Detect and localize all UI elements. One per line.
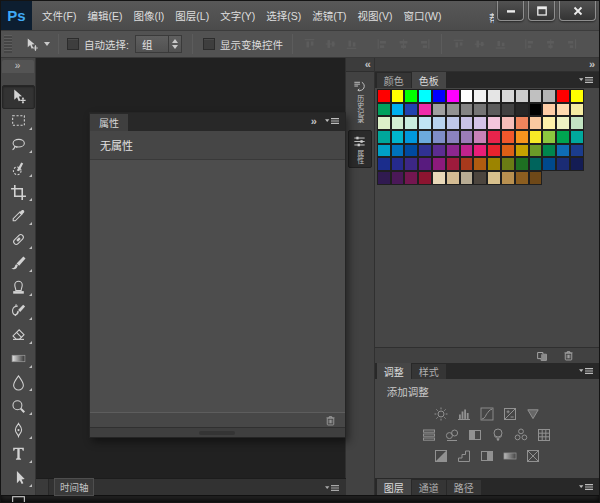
swatch[interactable]	[542, 157, 556, 171]
distribute-bottom-edges-icon[interactable]	[494, 37, 507, 51]
dock-expand-button[interactable]: »	[375, 58, 599, 72]
panel-menu-icon[interactable]	[578, 75, 594, 86]
swatch[interactable]	[446, 144, 460, 158]
swatch[interactable]	[473, 116, 487, 130]
menu-layer[interactable]: 图层(L)	[174, 4, 210, 27]
panel-menu-icon[interactable]	[578, 366, 594, 377]
tab-swatches[interactable]: 色板	[412, 72, 446, 88]
swatch[interactable]	[391, 144, 405, 158]
blur-tool[interactable]	[1, 371, 36, 395]
show-transform-checkbox[interactable]	[203, 38, 215, 50]
swatch[interactable]	[542, 116, 556, 130]
panel-resize-grip[interactable]	[90, 427, 345, 437]
swatch[interactable]	[377, 130, 391, 144]
swatch[interactable]	[529, 116, 543, 130]
swatch[interactable]	[377, 144, 391, 158]
curves-adjustment-icon[interactable]	[479, 406, 495, 422]
swatch[interactable]	[473, 171, 487, 185]
move-tool[interactable]	[2, 85, 35, 109]
timeline-grip[interactable]	[36, 479, 49, 495]
tab-paths[interactable]: 路径	[447, 480, 481, 495]
path-selection-tool[interactable]	[1, 466, 36, 490]
invert-adjustment-icon[interactable]	[433, 448, 449, 464]
swatch[interactable]	[570, 116, 584, 130]
swatch[interactable]	[432, 130, 446, 144]
swatch[interactable]	[377, 89, 391, 103]
swatch[interactable]	[542, 130, 556, 144]
panel-button-properties[interactable]: 属性	[348, 130, 372, 168]
selective-color-adjustment-icon[interactable]	[525, 448, 541, 464]
swatch[interactable]	[446, 130, 460, 144]
swatch[interactable]	[529, 171, 543, 185]
swatch[interactable]	[446, 116, 460, 130]
swatch[interactable]	[529, 103, 543, 117]
brightness-contrast-adjustment-icon[interactable]	[433, 406, 449, 422]
menu-view[interactable]: 视图(V)	[357, 4, 394, 27]
swatch[interactable]	[542, 144, 556, 158]
swatch[interactable]	[460, 157, 474, 171]
swatch[interactable]	[556, 157, 570, 171]
swatch[interactable]	[542, 89, 556, 103]
levels-adjustment-icon[interactable]	[456, 406, 472, 422]
posterize-adjustment-icon[interactable]	[456, 448, 472, 464]
swatch[interactable]	[446, 103, 460, 117]
swatch[interactable]	[404, 157, 418, 171]
swatch[interactable]	[404, 171, 418, 185]
distribute-horizontal-centers-icon[interactable]	[544, 37, 557, 51]
dodge-tool[interactable]	[1, 394, 36, 418]
swatch[interactable]	[404, 103, 418, 117]
swatch[interactable]	[515, 89, 529, 103]
type-tool[interactable]	[1, 442, 36, 466]
swatch[interactable]	[432, 157, 446, 171]
hue-saturation-adjustment-icon[interactable]	[421, 427, 437, 443]
distribute-right-edges-icon[interactable]	[565, 37, 578, 51]
swatch[interactable]	[432, 116, 446, 130]
swatch[interactable]	[418, 103, 432, 117]
swatch[interactable]	[515, 157, 529, 171]
swatch[interactable]	[501, 171, 515, 185]
panel-menu-icon[interactable]	[578, 482, 594, 493]
swatch[interactable]	[391, 157, 405, 171]
swatch[interactable]	[404, 89, 418, 103]
swatch[interactable]	[391, 89, 405, 103]
swatch[interactable]	[473, 157, 487, 171]
threshold-adjustment-icon[interactable]	[479, 448, 495, 464]
align-vertical-centers-icon[interactable]	[324, 37, 337, 51]
swatch[interactable]	[418, 144, 432, 158]
black-white-adjustment-icon[interactable]	[467, 427, 483, 443]
menu-edit[interactable]: 编辑(E)	[86, 4, 123, 27]
rectangular-marquee-tool[interactable]	[1, 109, 36, 133]
swatch[interactable]	[432, 171, 446, 185]
swatch[interactable]	[570, 157, 584, 171]
gradient-map-adjustment-icon[interactable]	[502, 448, 518, 464]
swatch[interactable]	[460, 130, 474, 144]
exposure-adjustment-icon[interactable]	[502, 406, 518, 422]
swatch[interactable]	[501, 103, 515, 117]
distribute-vertical-centers-icon[interactable]	[473, 37, 486, 51]
swatch[interactable]	[570, 103, 584, 117]
swatch[interactable]	[377, 103, 391, 117]
spot-healing-brush-tool[interactable]	[1, 228, 36, 252]
swatch[interactable]	[529, 89, 543, 103]
swatch[interactable]	[391, 103, 405, 117]
swatch[interactable]	[460, 171, 474, 185]
swatch[interactable]	[446, 171, 460, 185]
swatch[interactable]	[391, 130, 405, 144]
swatch[interactable]	[570, 144, 584, 158]
rectangle-tool[interactable]	[1, 490, 36, 503]
swatch[interactable]	[487, 116, 501, 130]
swatch[interactable]	[404, 116, 418, 130]
swatch[interactable]	[529, 144, 543, 158]
swatch[interactable]	[377, 157, 391, 171]
swatch[interactable]	[556, 144, 570, 158]
swatch[interactable]	[515, 171, 529, 185]
swatch[interactable]	[556, 116, 570, 130]
toolbar-collapse-button[interactable]: »	[2, 60, 34, 73]
pen-tool[interactable]	[1, 418, 36, 442]
new-swatch-icon[interactable]	[535, 349, 549, 363]
color-balance-adjustment-icon[interactable]	[444, 427, 460, 443]
align-left-edges-icon[interactable]	[376, 37, 389, 51]
swatch[interactable]	[418, 171, 432, 185]
swatch[interactable]	[460, 89, 474, 103]
swatch[interactable]	[487, 130, 501, 144]
